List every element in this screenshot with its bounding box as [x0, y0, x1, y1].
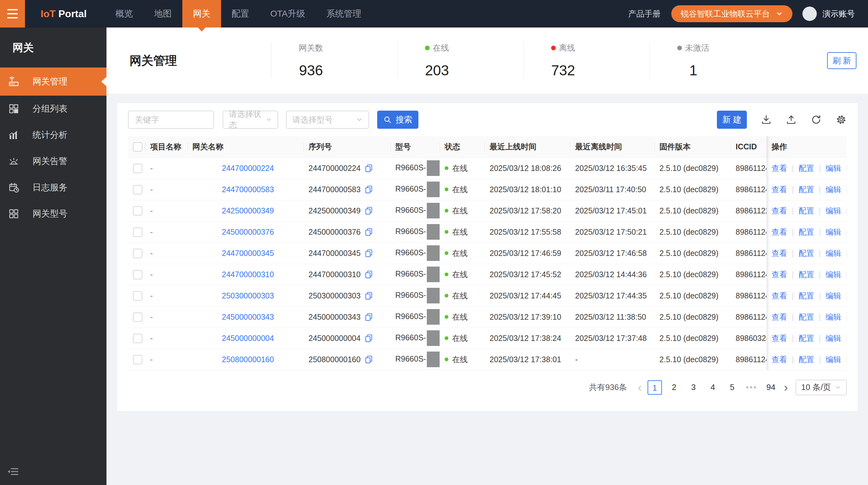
gateway-name-link[interactable]: 244700000345: [222, 249, 274, 257]
config-action[interactable]: 配置: [799, 164, 814, 172]
status-select[interactable]: 请选择状态: [223, 111, 278, 129]
project-name[interactable]: -: [150, 355, 153, 364]
edit-action[interactable]: 编辑: [826, 164, 841, 172]
config-action[interactable]: 配置: [799, 185, 814, 194]
row-checkbox[interactable]: [133, 334, 143, 343]
copy-icon[interactable]: [364, 164, 373, 172]
config-action[interactable]: 配置: [799, 355, 814, 364]
select-all-checkbox[interactable]: [133, 142, 143, 151]
sidebar-item[interactable]: 网关告警: [0, 148, 106, 174]
edit-action[interactable]: 编辑: [826, 270, 841, 279]
edit-action[interactable]: 编辑: [826, 334, 841, 342]
edit-action[interactable]: 编辑: [826, 206, 841, 215]
top-nav-item[interactable]: 网关: [182, 0, 221, 28]
gateway-name-link[interactable]: 244700000583: [222, 185, 274, 194]
gateway-name-link[interactable]: 244700000224: [222, 164, 274, 172]
copy-icon[interactable]: [364, 291, 373, 300]
row-checkbox[interactable]: [133, 164, 143, 173]
view-action[interactable]: 查看: [772, 228, 787, 236]
sidebar-item[interactable]: 分组列表: [0, 96, 106, 122]
view-action[interactable]: 查看: [772, 313, 787, 321]
copy-icon[interactable]: [364, 313, 373, 321]
pagination-page[interactable]: 4: [706, 380, 720, 395]
view-action[interactable]: 查看: [772, 355, 787, 364]
copy-icon[interactable]: [364, 355, 373, 364]
top-nav-item[interactable]: 地图: [144, 0, 182, 28]
menu-fold-icon[interactable]: [7, 465, 20, 478]
avatar[interactable]: [802, 6, 817, 21]
view-action[interactable]: 查看: [772, 249, 787, 257]
refresh-button[interactable]: 刷 新: [827, 52, 857, 69]
row-checkbox[interactable]: [133, 228, 143, 237]
config-action[interactable]: 配置: [799, 334, 814, 342]
gateway-name-link[interactable]: 245000000376: [222, 228, 274, 236]
view-action[interactable]: 查看: [772, 334, 787, 342]
pagination-page[interactable]: 1: [648, 380, 662, 395]
top-nav-item[interactable]: 概览: [105, 0, 144, 28]
edit-action[interactable]: 编辑: [826, 228, 841, 236]
config-action[interactable]: 配置: [799, 270, 814, 279]
config-action[interactable]: 配置: [799, 313, 814, 321]
account-name[interactable]: 演示账号: [823, 8, 855, 19]
copy-icon[interactable]: [364, 249, 373, 257]
top-nav-item[interactable]: OTA升级: [260, 0, 316, 28]
config-action[interactable]: 配置: [799, 249, 814, 257]
row-checkbox[interactable]: [133, 185, 143, 194]
config-action[interactable]: 配置: [799, 228, 814, 236]
view-action[interactable]: 查看: [772, 270, 787, 279]
view-action[interactable]: 查看: [772, 185, 787, 194]
pagination-prev-icon[interactable]: ‹: [634, 381, 645, 394]
project-name[interactable]: -: [150, 291, 153, 300]
gateway-name-link[interactable]: 244700000310: [222, 270, 274, 279]
pagination-page[interactable]: 2: [667, 380, 681, 395]
gateway-name-link[interactable]: 250300000303: [222, 291, 274, 300]
row-checkbox[interactable]: [133, 270, 143, 279]
pagination-page[interactable]: 5: [725, 380, 739, 395]
project-name[interactable]: -: [150, 313, 153, 321]
edit-action[interactable]: 编辑: [826, 291, 841, 300]
keyword-input[interactable]: [128, 111, 214, 129]
config-action[interactable]: 配置: [799, 291, 814, 300]
platform-switch-button[interactable]: 锐谷智联工业物联云平台: [671, 5, 793, 22]
product-manual-link[interactable]: 产品手册: [628, 8, 661, 19]
download-icon[interactable]: [761, 114, 772, 125]
project-name[interactable]: -: [150, 206, 153, 215]
view-action[interactable]: 查看: [772, 291, 787, 300]
view-action[interactable]: 查看: [772, 164, 787, 172]
copy-icon[interactable]: [364, 185, 373, 194]
row-checkbox[interactable]: [133, 313, 143, 322]
page-size-select[interactable]: 10 条/页: [796, 380, 847, 395]
row-checkbox[interactable]: [133, 206, 143, 216]
edit-action[interactable]: 编辑: [826, 313, 841, 321]
copy-icon[interactable]: [364, 206, 373, 215]
top-nav-item[interactable]: 系统管理: [316, 0, 372, 28]
row-checkbox[interactable]: [133, 355, 143, 364]
create-button[interactable]: 新 建: [717, 111, 747, 129]
view-action[interactable]: 查看: [772, 206, 787, 215]
project-name[interactable]: -: [150, 249, 153, 257]
pagination-next-icon[interactable]: ›: [781, 381, 791, 394]
upload-icon[interactable]: [785, 114, 797, 125]
settings-icon[interactable]: [836, 114, 847, 125]
search-button[interactable]: 搜索: [377, 111, 418, 129]
config-action[interactable]: 配置: [799, 206, 814, 215]
hamburger-menu-icon[interactable]: [0, 0, 25, 28]
gateway-name-link[interactable]: 245000000343: [222, 313, 274, 321]
edit-action[interactable]: 编辑: [826, 355, 841, 364]
sidebar-item[interactable]: 统计分析: [0, 122, 106, 148]
edit-action[interactable]: 编辑: [826, 249, 841, 257]
gateway-name-link[interactable]: 250800000160: [222, 355, 274, 364]
project-name[interactable]: -: [150, 185, 153, 194]
gateway-name-link[interactable]: 245000000004: [222, 334, 274, 342]
copy-icon[interactable]: [364, 334, 373, 342]
reload-icon[interactable]: [811, 114, 822, 125]
project-name[interactable]: -: [150, 164, 153, 172]
pagination-page[interactable]: 94: [764, 380, 778, 395]
row-checkbox[interactable]: [133, 249, 143, 258]
copy-icon[interactable]: [364, 228, 373, 236]
pagination-page[interactable]: •••: [744, 380, 759, 395]
project-name[interactable]: -: [150, 228, 153, 236]
edit-action[interactable]: 编辑: [826, 185, 841, 194]
copy-icon[interactable]: [364, 270, 373, 279]
gateway-name-link[interactable]: 242500000349: [222, 206, 274, 215]
